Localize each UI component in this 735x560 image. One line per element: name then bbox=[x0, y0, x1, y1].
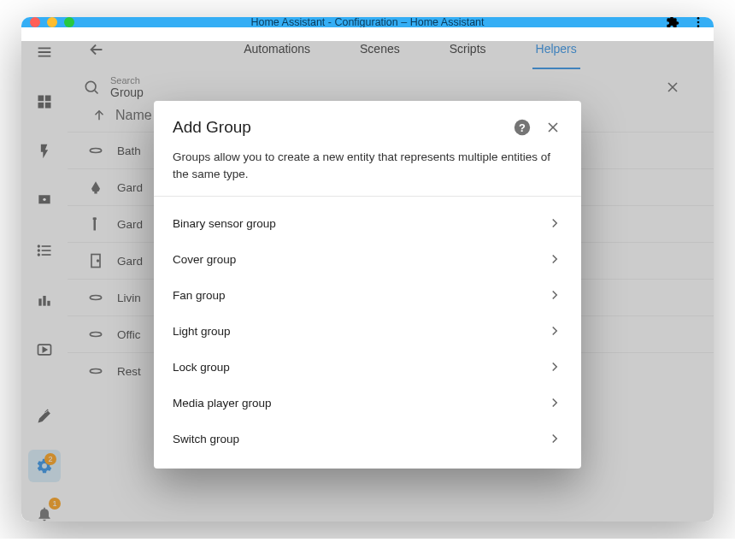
group-type-list: Binary sensor group Cover group Fan grou… bbox=[154, 197, 581, 469]
group-option-lock[interactable]: Lock group bbox=[154, 349, 581, 385]
chevron-right-icon bbox=[547, 395, 562, 410]
chevron-right-icon bbox=[547, 359, 562, 374]
titlebar: Home Assistant - Configuration – Home As… bbox=[21, 17, 714, 27]
help-button[interactable]: ? bbox=[513, 118, 532, 137]
chevron-right-icon bbox=[547, 323, 562, 339]
option-label: Switch group bbox=[173, 433, 239, 445]
group-option-switch[interactable]: Switch group bbox=[154, 421, 581, 457]
option-label: Lock group bbox=[173, 361, 230, 374]
app-window: Home Assistant - Configuration – Home As… bbox=[21, 17, 714, 522]
dialog-title: Add Group bbox=[173, 118, 501, 137]
chevron-right-icon bbox=[547, 287, 562, 303]
option-label: Cover group bbox=[173, 253, 236, 266]
svg-point-1 bbox=[697, 21, 700, 24]
group-option-fan[interactable]: Fan group bbox=[154, 277, 581, 313]
option-label: Media player group bbox=[173, 397, 272, 410]
option-label: Fan group bbox=[173, 289, 226, 302]
add-group-dialog: Add Group ? Groups allow you to create a… bbox=[154, 101, 581, 469]
group-option-binary-sensor[interactable]: Binary sensor group bbox=[154, 205, 581, 241]
group-option-media-player[interactable]: Media player group bbox=[154, 385, 581, 421]
group-option-cover[interactable]: Cover group bbox=[154, 241, 581, 277]
option-label: Light group bbox=[173, 325, 231, 338]
group-option-light[interactable]: Light group bbox=[154, 313, 581, 349]
chevron-right-icon bbox=[547, 251, 562, 267]
svg-point-0 bbox=[697, 17, 700, 20]
dialog-close-button[interactable] bbox=[544, 118, 562, 137]
chevron-right-icon bbox=[547, 431, 562, 446]
dialog-description: Groups allow you to create a new entity … bbox=[154, 142, 581, 196]
svg-text:?: ? bbox=[519, 121, 526, 134]
chevron-right-icon bbox=[547, 215, 562, 231]
option-label: Binary sensor group bbox=[173, 217, 276, 230]
